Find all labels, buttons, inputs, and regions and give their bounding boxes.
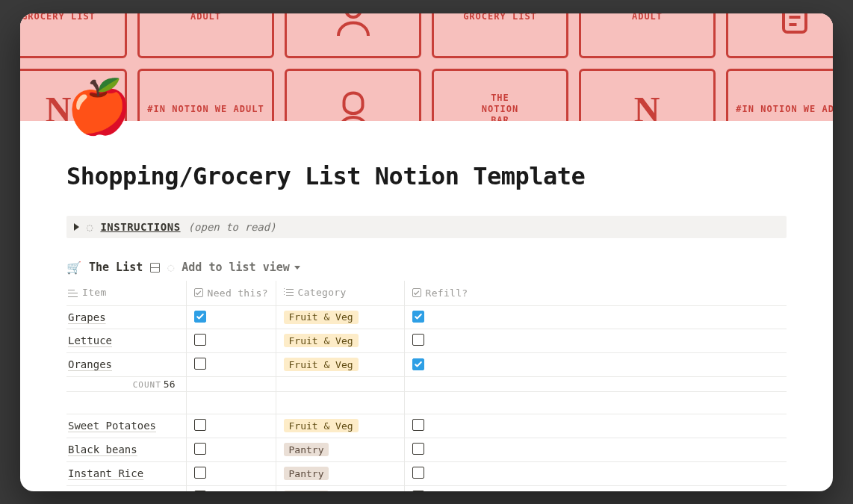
category-tag[interactable]: Fruit & Veg bbox=[284, 419, 359, 432]
cover-tile-illustration bbox=[285, 13, 421, 58]
view-tab-add-to-list[interactable]: Add to list view bbox=[182, 261, 300, 274]
svg-point-0 bbox=[346, 13, 361, 17]
table-row[interactable]: LettuceFruit & Veg bbox=[66, 329, 787, 352]
checkbox[interactable] bbox=[412, 334, 424, 346]
column-header-category[interactable]: Category bbox=[276, 281, 404, 306]
item-name[interactable]: Grapes bbox=[68, 311, 106, 323]
count-label: COUNT bbox=[133, 380, 161, 390]
category-tag[interactable]: Pantry bbox=[284, 443, 329, 456]
table-row[interactable]: Black beansPantry bbox=[66, 438, 787, 461]
table-row[interactable]: Instant RicePantry bbox=[66, 461, 787, 485]
category-tag[interactable]: Fruit & Veg bbox=[284, 358, 359, 371]
column-header-refill[interactable]: Refill? bbox=[404, 281, 787, 306]
database-view-tabs: 🛒 The List ◌ Add to list view bbox=[66, 261, 787, 275]
checkbox[interactable] bbox=[412, 467, 424, 479]
table-row[interactable]: GrapesFruit & Veg bbox=[66, 305, 787, 329]
item-name[interactable]: Black beans bbox=[68, 444, 137, 455]
checkbox[interactable] bbox=[194, 419, 206, 431]
checkbox[interactable] bbox=[412, 358, 424, 370]
title-property-icon bbox=[68, 287, 78, 297]
view-tab-the-list[interactable]: The List bbox=[89, 261, 143, 274]
cover-tile-illustration bbox=[285, 69, 421, 121]
category-tag[interactable]: Fruit & Veg bbox=[284, 334, 359, 347]
cover-tile-illustration bbox=[726, 13, 833, 58]
checkbox[interactable] bbox=[194, 443, 206, 455]
cover-tile: #IN NOTION WE ADULT bbox=[726, 69, 833, 121]
item-name[interactable]: Instant Rice bbox=[68, 467, 143, 479]
page-title[interactable]: Shopping/Grocery List Notion Template bbox=[66, 162, 787, 190]
item-name[interactable]: Lettuce bbox=[68, 335, 112, 346]
instructions-label: INSTRUCTIONS bbox=[100, 221, 180, 233]
checkbox[interactable] bbox=[194, 467, 206, 479]
column-header-need[interactable]: Need this? bbox=[186, 281, 276, 306]
category-tag[interactable]: Pantry bbox=[284, 491, 329, 491]
app-window: GROCERY LIST ADULT GROCERY LIST ADULT N … bbox=[20, 13, 833, 491]
cover-tile-n: N bbox=[579, 69, 716, 121]
cover-tile: #IN NOTION WE ADULT bbox=[137, 69, 274, 121]
table-row[interactable]: NoodlesPantry bbox=[66, 485, 787, 491]
checkbox-property-icon bbox=[194, 288, 203, 297]
checkbox[interactable] bbox=[412, 443, 424, 455]
checkbox[interactable] bbox=[412, 311, 424, 323]
cover-tile: GROCERY LIST bbox=[20, 13, 127, 58]
instructions-toggle[interactable]: ◌ INSTRUCTIONS (open to read) bbox=[66, 216, 787, 238]
item-name[interactable]: Sweet Potatoes bbox=[68, 420, 156, 432]
item-name[interactable]: Oranges bbox=[68, 358, 112, 370]
checkbox[interactable] bbox=[194, 358, 206, 370]
loading-icon: ◌ bbox=[167, 261, 174, 274]
count-value: 56 bbox=[164, 379, 176, 390]
cover-tile: THENOTIONBAR bbox=[432, 69, 568, 121]
table-icon bbox=[150, 263, 160, 273]
table-row[interactable]: Sweet PotatoesFruit & Veg bbox=[66, 414, 787, 438]
checkbox[interactable] bbox=[412, 491, 424, 491]
page-icon[interactable]: 🍎 bbox=[66, 81, 131, 133]
checkbox-property-icon bbox=[412, 288, 421, 297]
category-tag[interactable]: Fruit & Veg bbox=[284, 311, 359, 324]
checkbox[interactable] bbox=[194, 311, 206, 323]
cover-tile: ADULT bbox=[137, 13, 274, 58]
instructions-hint: (open to read) bbox=[188, 221, 276, 233]
grocery-database-table: Item Need this? Category Refill? GrapesF… bbox=[66, 281, 787, 491]
category-tag[interactable]: Pantry bbox=[284, 467, 329, 480]
view-tab-label: Add to list view bbox=[182, 261, 290, 274]
count-cell[interactable]: COUNT56 bbox=[66, 376, 186, 391]
checkbox[interactable] bbox=[194, 334, 206, 346]
column-header-item[interactable]: Item bbox=[66, 281, 186, 306]
table-row[interactable]: OrangesFruit & Veg bbox=[66, 352, 787, 376]
cover-art-grid: GROCERY LIST ADULT GROCERY LIST ADULT N … bbox=[20, 13, 833, 121]
checkbox[interactable] bbox=[194, 491, 206, 491]
select-property-icon bbox=[284, 287, 294, 297]
checkbox[interactable] bbox=[412, 419, 424, 431]
cover-tile: ADULT bbox=[579, 13, 716, 58]
toggle-triangle-icon bbox=[74, 223, 79, 231]
page-cover[interactable]: GROCERY LIST ADULT GROCERY LIST ADULT N … bbox=[20, 13, 833, 121]
cart-icon: 🛒 bbox=[66, 261, 81, 275]
cover-tile: GROCERY LIST bbox=[432, 13, 568, 58]
chevron-down-icon bbox=[294, 266, 300, 270]
loading-icon: ◌ bbox=[87, 221, 93, 233]
